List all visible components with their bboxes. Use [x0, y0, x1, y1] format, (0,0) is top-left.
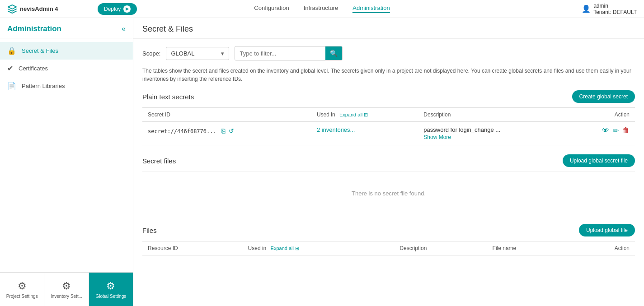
- deploy-button[interactable]: Deploy: [98, 3, 137, 15]
- secret-files-title: Secret files: [142, 157, 176, 165]
- filter-input[interactable]: [235, 47, 325, 60]
- logo-area: nevisAdmin 4: [7, 4, 98, 14]
- caret-down-icon: ▾: [221, 50, 224, 57]
- table-row: secret://446f68776... ⎘ ↺ 2 inventories.…: [142, 122, 635, 145]
- nav-administration[interactable]: Administration: [353, 5, 390, 13]
- description-value: password for login_change ...: [423, 126, 500, 133]
- files-header: Files Upload global file: [142, 224, 635, 236]
- content-area: Scope: GLOBAL ▾ 🔍 The tables show the se…: [133, 39, 644, 263]
- document-icon: 📄: [7, 82, 16, 90]
- layout: Administration « 🔒 Secret & Files ✔ Cert…: [0, 18, 644, 306]
- page-title: Secret & Files: [142, 24, 635, 34]
- play-icon: [123, 5, 131, 13]
- user-area: 👤 admin Tenant: DEFAULT: [582, 3, 637, 15]
- filter-search-button[interactable]: 🔍: [325, 46, 342, 60]
- view-icon[interactable]: 👁: [602, 126, 609, 135]
- files-table: Resource ID Used in Expand all ⊞ Descrip…: [142, 241, 635, 255]
- edit-icon[interactable]: ✏: [613, 126, 619, 135]
- col-secret-id: Secret ID: [142, 108, 311, 122]
- secret-files-empty: There is no secret file found.: [142, 172, 635, 215]
- expand-all-button[interactable]: Expand all ⊞: [339, 112, 368, 117]
- tab-global-settings[interactable]: ⚙ Global Settings: [89, 273, 133, 306]
- sidebar-item-pattern-libraries[interactable]: 📄 Pattern Libraries: [0, 77, 133, 95]
- plain-secrets-title: Plain text secrets: [142, 93, 194, 101]
- sidebar-label-pattern-libraries: Pattern Libraries: [22, 83, 65, 89]
- tab-project-settings[interactable]: ⚙ Project Settings: [0, 273, 44, 306]
- logo-icon: [7, 4, 17, 14]
- filter-input-group: 🔍: [235, 46, 343, 60]
- scope-value: GLOBAL: [171, 50, 194, 57]
- col-action: Action: [569, 108, 635, 122]
- secret-files-section: Secret files Upload global secret file T…: [142, 154, 635, 215]
- lock-icon: 🔒: [7, 46, 16, 55]
- sidebar-header: Administration «: [0, 18, 133, 38]
- user-icon: 👤: [582, 5, 591, 13]
- scope-dropdown[interactable]: GLOBAL ▾: [166, 47, 229, 60]
- delete-icon[interactable]: 🗑: [622, 126, 630, 135]
- upload-secret-file-button[interactable]: Upload global secret file: [563, 154, 635, 167]
- description-cell: password for login_change ... Show More: [418, 122, 569, 145]
- files-title: Files: [142, 227, 157, 234]
- plain-secrets-header: Plain text secrets Create global secret: [142, 90, 635, 103]
- files-col-used-in: Used in Expand all ⊞: [243, 241, 395, 255]
- sidebar-collapse-button[interactable]: «: [122, 25, 126, 33]
- col-description: Description: [418, 108, 569, 122]
- deploy-label: Deploy: [104, 6, 121, 12]
- col-used-in: Used in Expand all ⊞: [311, 108, 418, 122]
- secret-id-value: secret://446f68776...: [148, 128, 216, 134]
- tab-global-settings-label: Global Settings: [95, 294, 126, 299]
- action-cell: 👁 ✏ 🗑: [569, 122, 635, 145]
- tab-inventory-settings[interactable]: ⚙ Inventory Sett...: [44, 273, 89, 306]
- check-icon: ✔: [7, 64, 13, 73]
- sidebar-nav: 🔒 Secret & Files ✔ Certificates 📄 Patter…: [0, 38, 133, 272]
- files-col-resource-id: Resource ID: [142, 241, 243, 255]
- tab-project-settings-label: Project Settings: [6, 294, 38, 299]
- files-section: Files Upload global file Resource ID Use…: [142, 224, 635, 255]
- page-header: Secret & Files: [133, 18, 644, 39]
- nav-links: Configuration Infrastructure Administrat…: [254, 5, 390, 13]
- project-settings-icon: ⚙: [18, 280, 27, 292]
- secret-files-header: Secret files Upload global secret file: [142, 154, 635, 167]
- show-more-link[interactable]: Show More: [423, 134, 563, 140]
- play-triangle: [126, 7, 129, 11]
- plain-secrets-table: Secret ID Used in Expand all ⊞ Descripti…: [142, 107, 635, 145]
- files-expand-all-button[interactable]: Expand all ⊞: [271, 246, 299, 251]
- sidebar: Administration « 🔒 Secret & Files ✔ Cert…: [0, 18, 133, 306]
- sidebar-bottom-tabs: ⚙ Project Settings ⚙ Inventory Sett... ⚙…: [0, 272, 133, 306]
- top-nav: nevisAdmin 4 Configuration Infrastructur…: [0, 0, 644, 18]
- description-block: password for login_change ... Show More: [423, 126, 563, 140]
- nav-configuration[interactable]: Configuration: [254, 5, 289, 13]
- used-in-link[interactable]: 2 inventories...: [317, 126, 355, 133]
- scope-label: Scope:: [142, 50, 160, 57]
- sidebar-label-secrets: Secret & Files: [22, 47, 58, 54]
- sidebar-item-secrets[interactable]: 🔒 Secret & Files: [0, 42, 133, 60]
- tenant-name: Tenant: DEFAULT: [593, 9, 637, 15]
- sidebar-label-certificates: Certificates: [19, 65, 48, 72]
- tab-inventory-settings-label: Inventory Sett...: [51, 294, 82, 299]
- create-global-secret-button[interactable]: Create global secret: [572, 90, 635, 103]
- nav-infrastructure[interactable]: Infrastructure: [304, 5, 338, 13]
- row-actions: 👁 ✏ 🗑: [574, 126, 630, 135]
- global-settings-icon: ⚙: [106, 280, 115, 292]
- copy-secret-button[interactable]: ⎘: [221, 126, 226, 135]
- main-content: Secret & Files Scope: GLOBAL ▾ 🔍 The tab…: [133, 18, 644, 306]
- files-col-filename: File name: [487, 241, 572, 255]
- secret-inline-actions: ⎘ ↺: [221, 126, 235, 135]
- files-col-description: Description: [394, 241, 487, 255]
- description-text: The tables show the secret and files cre…: [142, 67, 635, 83]
- user-name: admin: [593, 3, 637, 9]
- used-in-cell: 2 inventories...: [311, 122, 418, 145]
- upload-file-button[interactable]: Upload global file: [579, 224, 635, 236]
- files-col-action: Action: [572, 241, 635, 255]
- refresh-secret-button[interactable]: ↺: [228, 126, 235, 135]
- sidebar-title: Administration: [7, 24, 61, 33]
- inventory-settings-icon: ⚙: [62, 280, 71, 292]
- sidebar-item-certificates[interactable]: ✔ Certificates: [0, 60, 133, 77]
- scope-bar: Scope: GLOBAL ▾ 🔍: [142, 46, 635, 60]
- secret-id-cell: secret://446f68776... ⎘ ↺: [142, 122, 311, 145]
- app-name: nevisAdmin 4: [20, 5, 58, 12]
